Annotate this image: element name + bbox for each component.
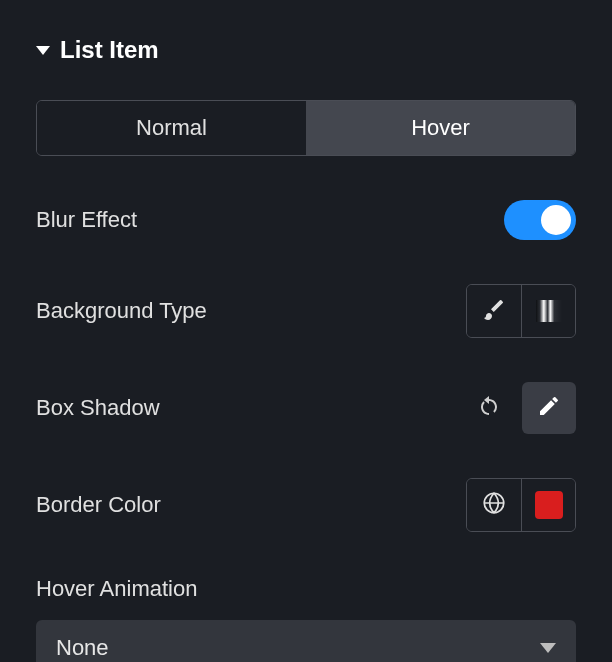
tab-hover[interactable]: Hover — [306, 101, 575, 155]
box-shadow-edit-button[interactable] — [522, 382, 576, 434]
box-shadow-label: Box Shadow — [36, 395, 160, 421]
toggle-knob — [541, 205, 571, 235]
background-type-row: Background Type — [36, 284, 576, 338]
blur-effect-label: Blur Effect — [36, 207, 137, 233]
caret-down-icon — [36, 46, 50, 55]
border-color-row: Border Color — [36, 478, 576, 532]
box-shadow-reset-button[interactable] — [462, 382, 516, 434]
tab-normal[interactable]: Normal — [37, 101, 306, 155]
border-color-global-button[interactable] — [467, 479, 521, 531]
blur-effect-row: Blur Effect — [36, 200, 576, 240]
background-type-label: Background Type — [36, 298, 207, 324]
section-title: List Item — [60, 36, 159, 64]
border-color-swatch-button[interactable] — [521, 479, 575, 531]
brush-icon — [482, 297, 506, 325]
globe-icon — [481, 490, 507, 520]
undo-icon — [477, 394, 501, 422]
background-type-options — [466, 284, 576, 338]
background-classic-button[interactable] — [467, 285, 521, 337]
box-shadow-row: Box Shadow — [36, 382, 576, 434]
color-swatch — [535, 491, 563, 519]
pencil-icon — [537, 394, 561, 422]
blur-effect-toggle[interactable] — [504, 200, 576, 240]
background-gradient-button[interactable] — [521, 285, 575, 337]
border-color-label: Border Color — [36, 492, 161, 518]
hover-animation-value: None — [56, 635, 109, 661]
gradient-swatch-icon — [536, 300, 562, 322]
border-color-controls — [466, 478, 576, 532]
chevron-down-icon — [540, 643, 556, 653]
state-tabs: Normal Hover — [36, 100, 576, 156]
hover-animation-select[interactable]: None — [36, 620, 576, 662]
hover-animation-label: Hover Animation — [36, 576, 576, 602]
section-header[interactable]: List Item — [36, 36, 576, 64]
